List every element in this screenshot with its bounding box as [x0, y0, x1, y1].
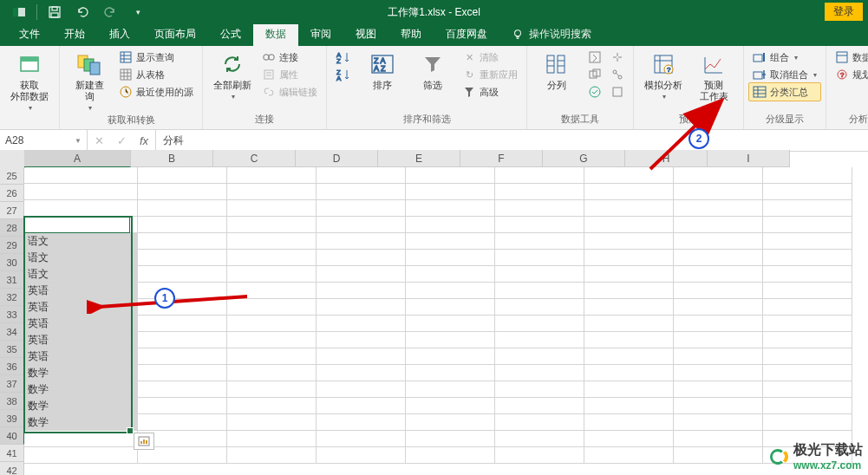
cell[interactable]	[763, 365, 852, 381]
data-validation-button[interactable]	[584, 83, 605, 101]
cell[interactable]	[763, 283, 852, 299]
cell[interactable]	[227, 365, 317, 381]
cell[interactable]	[317, 233, 406, 250]
quick-analysis-icon[interactable]	[134, 433, 154, 450]
cell[interactable]	[674, 299, 763, 316]
cell[interactable]	[317, 431, 406, 447]
row-header[interactable]: 40	[0, 427, 24, 445]
column-header[interactable]: F	[460, 150, 543, 167]
row-header[interactable]: 42	[0, 462, 24, 475]
column-header[interactable]: D	[296, 150, 378, 167]
cell[interactable]	[763, 348, 852, 365]
sort-desc-button[interactable]: ZA	[332, 66, 353, 83]
name-box[interactable]: A28▼	[0, 130, 88, 151]
cell[interactable]	[227, 200, 317, 217]
tab-formulas[interactable]: 公式	[208, 23, 253, 46]
select-all-button[interactable]	[0, 150, 25, 168]
filter-button[interactable]: 筛选	[408, 49, 457, 93]
cell[interactable]	[227, 233, 317, 250]
cell[interactable]	[495, 233, 584, 250]
cell[interactable]	[406, 184, 495, 200]
cell[interactable]	[674, 233, 763, 250]
cell[interactable]	[227, 217, 317, 233]
show-queries-button[interactable]: 显示查询	[115, 49, 197, 66]
cell[interactable]	[763, 200, 852, 217]
sort-asc-button[interactable]: AZ	[332, 49, 353, 66]
cell[interactable]	[406, 316, 495, 332]
cell[interactable]	[584, 332, 674, 348]
cell[interactable]	[584, 233, 674, 250]
tell-me-search[interactable]: 操作说明搜索	[499, 23, 604, 46]
cell[interactable]	[317, 283, 406, 299]
fx-icon[interactable]: fx	[133, 134, 155, 147]
cell[interactable]	[584, 316, 674, 332]
cell[interactable]	[495, 398, 584, 414]
cell[interactable]: 分科	[24, 217, 138, 233]
cell[interactable]: 语文	[24, 250, 138, 266]
cell[interactable]	[495, 447, 584, 464]
cell[interactable]	[317, 398, 406, 414]
cell[interactable]	[406, 365, 495, 381]
cell[interactable]	[24, 431, 138, 447]
column-header[interactable]: B	[131, 150, 213, 167]
cell[interactable]	[406, 332, 495, 348]
cell[interactable]	[495, 316, 584, 332]
cell[interactable]	[495, 200, 584, 217]
row-header[interactable]: 31	[0, 271, 24, 289]
cell[interactable]	[763, 217, 852, 233]
column-header[interactable]: A	[24, 150, 131, 167]
cell[interactable]	[674, 184, 763, 200]
cell[interactable]	[227, 381, 317, 398]
cell[interactable]	[227, 447, 317, 464]
cell[interactable]	[406, 414, 495, 431]
cell[interactable]	[495, 365, 584, 381]
cell[interactable]: 语文	[24, 266, 138, 283]
whatif-button[interactable]: ?模拟分析▾	[639, 49, 688, 102]
qat-customize-icon[interactable]: ▾	[126, 2, 150, 23]
cell[interactable]	[138, 217, 227, 233]
row-header[interactable]: 28	[0, 219, 24, 237]
tab-file[interactable]: 文件	[7, 23, 52, 46]
cell[interactable]	[495, 250, 584, 266]
cell[interactable]	[763, 381, 852, 398]
cell[interactable]	[495, 266, 584, 283]
cell[interactable]	[495, 283, 584, 299]
consolidate-button[interactable]	[607, 49, 628, 66]
cell[interactable]	[584, 283, 674, 299]
cell[interactable]	[24, 447, 138, 464]
advanced-filter-button[interactable]: 高级	[459, 83, 521, 101]
cell[interactable]	[584, 184, 674, 200]
row-header[interactable]: 35	[0, 341, 24, 358]
cell[interactable]: 英语	[24, 332, 138, 348]
cell[interactable]	[674, 316, 763, 332]
fill-handle[interactable]	[127, 427, 134, 434]
cell[interactable]	[406, 283, 495, 299]
tab-page-layout[interactable]: 页面布局	[142, 23, 208, 46]
cell[interactable]	[227, 431, 317, 447]
cell[interactable]	[406, 447, 495, 464]
data-validate-button[interactable]: 数据验	[832, 49, 868, 66]
ungroup-button[interactable]: 取消组合▾	[749, 66, 820, 83]
solver-button[interactable]: ?规划	[832, 66, 868, 83]
tab-insert[interactable]: 插入	[97, 23, 142, 46]
cell[interactable]	[495, 332, 584, 348]
from-table-button[interactable]: 从表格	[115, 66, 197, 83]
text-to-columns-button[interactable]: 分列	[532, 49, 581, 93]
cell[interactable]	[138, 414, 227, 431]
cell[interactable]: 数学	[24, 398, 138, 414]
undo-icon[interactable]	[70, 2, 95, 23]
cell[interactable]	[584, 217, 674, 233]
cell[interactable]	[584, 447, 674, 464]
tab-review[interactable]: 审阅	[298, 23, 343, 46]
cell[interactable]	[674, 414, 763, 431]
row-header[interactable]: 25	[0, 167, 24, 185]
cell[interactable]	[674, 431, 763, 447]
row-header[interactable]: 32	[0, 289, 24, 306]
cell[interactable]	[138, 365, 227, 381]
cell[interactable]	[227, 266, 317, 283]
cell[interactable]	[495, 414, 584, 431]
cell[interactable]	[674, 217, 763, 233]
row-header[interactable]: 30	[0, 254, 24, 271]
cell[interactable]: 语文	[24, 233, 138, 250]
cell[interactable]	[138, 200, 227, 217]
